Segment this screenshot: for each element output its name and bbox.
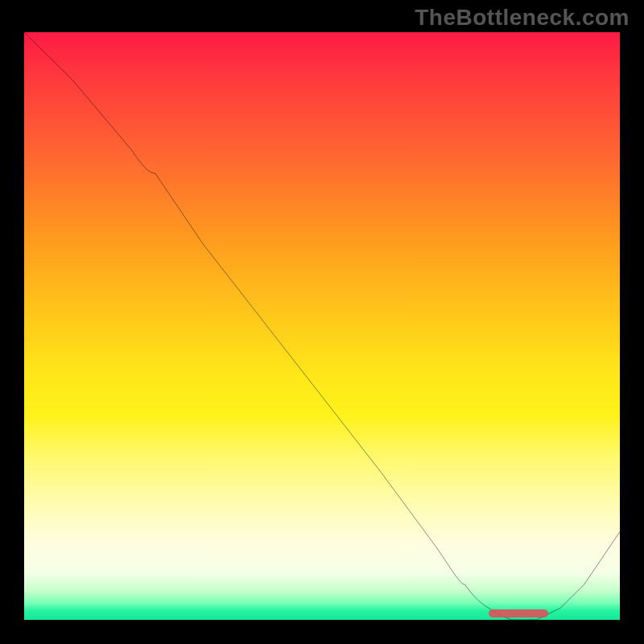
optimal-range-marker <box>489 609 548 617</box>
plot-area <box>24 32 620 620</box>
chart-stage: TheBottleneck.com <box>0 0 644 644</box>
bottleneck-curve <box>24 32 620 620</box>
watermark-text: TheBottleneck.com <box>415 5 630 31</box>
